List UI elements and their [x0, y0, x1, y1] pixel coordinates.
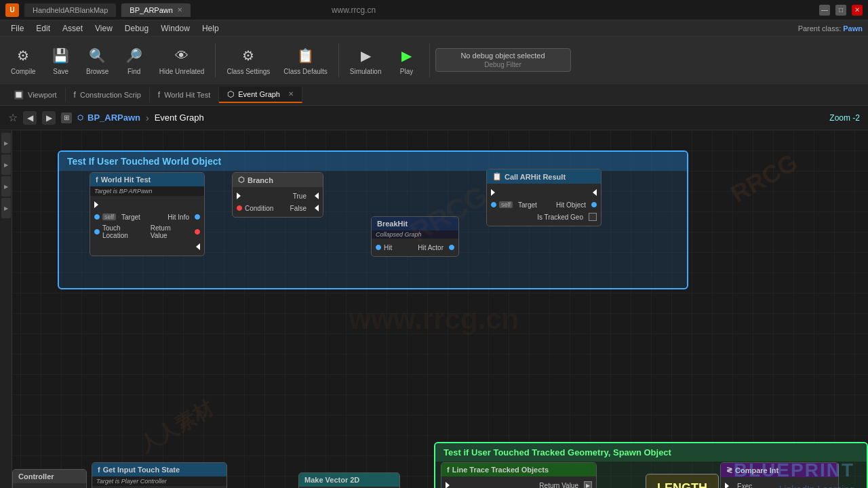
arhit-target-label: Target	[518, 201, 537, 209]
tab-viewport[interactable]: 🔲 Viewport	[5, 87, 66, 102]
find-button[interactable]: 🔎 Find	[117, 42, 151, 78]
menu-asset[interactable]: Asset	[57, 22, 88, 35]
false-dot	[312, 205, 319, 211]
tab-eventgraph-label: Event Graph	[238, 90, 280, 98]
menu-view[interactable]: View	[90, 22, 118, 35]
call-arhit-icon: 📋	[492, 172, 502, 181]
compile-button[interactable]: ⚙ Compile	[5, 42, 41, 78]
sidebar-btn-3[interactable]: ▶	[1, 176, 11, 197]
pin-arhit-target: self Target Hit Object	[487, 199, 601, 211]
pin-lt-exec-in: Return Value ▶	[441, 479, 596, 488]
left-sidebar: ▶ ▶ ▶ ▶	[0, 130, 12, 488]
debug-filter-label: Debug Filter	[484, 61, 521, 68]
lt-return-dot: ▶	[584, 481, 592, 488]
ci-exec-in	[725, 483, 732, 488]
separator-2	[338, 43, 339, 77]
line-trace-icon: f	[447, 466, 450, 474]
true-dot	[312, 192, 319, 199]
star-icon[interactable]: ☆	[8, 111, 18, 124]
touch-location-dot	[94, 229, 100, 235]
pin-arhit-exec-in	[487, 186, 601, 199]
minimize-button[interactable]: —	[819, 5, 830, 16]
eventgraph-close-icon[interactable]: ✕	[288, 90, 294, 98]
condition-dot	[237, 205, 242, 211]
pin-hit: Hit Hit Actor	[372, 241, 458, 253]
controller-node[interactable]: Controller Return Value	[12, 469, 87, 488]
branch-node[interactable]: ⬡ Branch True Condition False	[232, 172, 323, 218]
menu-edit[interactable]: Edit	[31, 22, 56, 35]
pin-tracked-geo: Is Tracked Geo	[487, 211, 601, 223]
get-input-touch-node[interactable]: f Get Input Touch State Target is Player…	[92, 462, 227, 488]
menu-help[interactable]: Help	[197, 22, 224, 35]
exec-out-dot	[193, 243, 200, 250]
exec-out	[193, 243, 200, 250]
get-input-touch-header: f Get Input Touch State	[92, 463, 226, 476]
arhit-exec-out-dot	[590, 189, 597, 196]
sidebar-btn-1[interactable]: ▶	[1, 133, 11, 153]
forward-button[interactable]: ▶	[42, 111, 56, 125]
hide-unrelated-button[interactable]: 👁 Hide Unrelated	[154, 42, 210, 78]
tab-handheld[interactable]: HandheldARBlankMap	[24, 3, 116, 17]
hide-unrelated-label: Hide Unrelated	[159, 68, 205, 75]
close-icon[interactable]: ✕	[177, 6, 182, 14]
simulation-button[interactable]: ▶ Simulation	[344, 42, 387, 78]
tab-worldhittest-label: World Hit Test	[164, 91, 210, 99]
world-hit-test-node[interactable]: f World Hit Test Target is BP ARPawn sel…	[90, 172, 205, 256]
func-icon: f	[98, 466, 100, 474]
menu-debug[interactable]: Debug	[119, 22, 154, 35]
target-dot	[94, 214, 100, 220]
sidebar-btn-4[interactable]: ▶	[1, 198, 11, 218]
arhit-exec-out	[590, 189, 597, 196]
zoom-label: Zoom -2	[829, 113, 860, 123]
browse-button[interactable]: 🔍 Browse	[81, 42, 115, 78]
make-vector2d-node[interactable]: Make Vector 2D X Return Value Y	[298, 472, 400, 488]
close-button[interactable]: ✕	[852, 5, 863, 16]
class-settings-icon: ⚙	[237, 45, 259, 66]
line-trace-header: f Line Trace Tracked Objects	[441, 463, 596, 476]
play-button[interactable]: ▶ Play	[390, 42, 424, 78]
menu-window[interactable]: Window	[155, 22, 195, 35]
class-settings-button[interactable]: ⚙ Class Settings	[221, 42, 275, 78]
back-button[interactable]: ◀	[23, 111, 37, 125]
breadcrumb: ☆ ◀ ▶ ⊞ ⬡ BP_ARPawn › Event Graph Zoom -…	[0, 106, 868, 130]
hide-unrelated-icon: 👁	[171, 45, 193, 66]
grid-icon: ⊞	[61, 113, 72, 123]
call-arhit-node[interactable]: 📋 Call ARHit Result self Target Hit Obje…	[486, 169, 601, 226]
breakit-sub: Collapsed Graph	[372, 230, 458, 239]
tab-eventgraph[interactable]: ⬡ Event Graph ✕	[219, 87, 302, 103]
arhit-target-dot	[491, 202, 496, 207]
lt-exec-in-dot	[446, 482, 452, 488]
separator-3	[429, 43, 430, 77]
sidebar-btn-2[interactable]: ▶	[1, 155, 11, 175]
length-node[interactable]: LENGTH	[646, 474, 719, 488]
pin-target: self Target Hit Info	[90, 211, 204, 223]
branch-exec-in-dot	[237, 192, 243, 199]
class-defaults-button[interactable]: 📋 Class Defaults	[278, 42, 332, 78]
tab-bparpawn[interactable]: BP_ARPawn ✕	[121, 3, 191, 17]
tab-worldhittest[interactable]: f World Hit Test	[150, 87, 219, 102]
toolbar: ⚙ Compile 💾 Save 🔍 Browse 🔎 Find 👁 Hide …	[0, 37, 868, 84]
make-vector2d-label: Make Vector 2D	[304, 476, 359, 484]
tab-construction[interactable]: f Construction Scrip	[66, 87, 150, 102]
world-hit-test-header: f World Hit Test	[90, 173, 204, 186]
pin-condition: Condition False	[233, 202, 323, 214]
watermark-url: www.rrcg.cn	[332, 5, 376, 15]
save-button[interactable]: 💾 Save	[44, 42, 78, 78]
line-trace-node[interactable]: f Line Trace Tracked Objects Return Valu…	[441, 462, 597, 488]
hit-object-dot	[591, 202, 597, 207]
breakit-node[interactable]: BreakHit Collapsed Graph Hit Hit Actor	[371, 216, 459, 257]
canvas[interactable]: ▶ ▶ ▶ ▶ Test If User Touched World Objec…	[0, 130, 868, 488]
return-value-dot	[195, 229, 200, 235]
touch-location-label: Touch Location	[102, 224, 148, 239]
linkedin-learning-watermark: LinkedIn Learning	[779, 484, 854, 488]
browse-icon: 🔍	[87, 45, 108, 66]
debug-filter-dropdown[interactable]: No debug object selected Debug Filter	[435, 48, 571, 72]
maximize-button[interactable]: □	[835, 5, 846, 16]
breadcrumb-current: Event Graph	[155, 113, 204, 123]
menu-file[interactable]: File	[5, 22, 29, 35]
line-trace-label: Line Trace Tracked Objects	[452, 466, 549, 474]
hit-actor-label: Hit Actor	[418, 244, 443, 251]
class-defaults-label: Class Defaults	[283, 68, 327, 75]
bp-breadcrumb-link[interactable]: ⬡ BP_ARPawn	[77, 113, 140, 123]
breakit-header: BreakHit	[372, 217, 458, 230]
